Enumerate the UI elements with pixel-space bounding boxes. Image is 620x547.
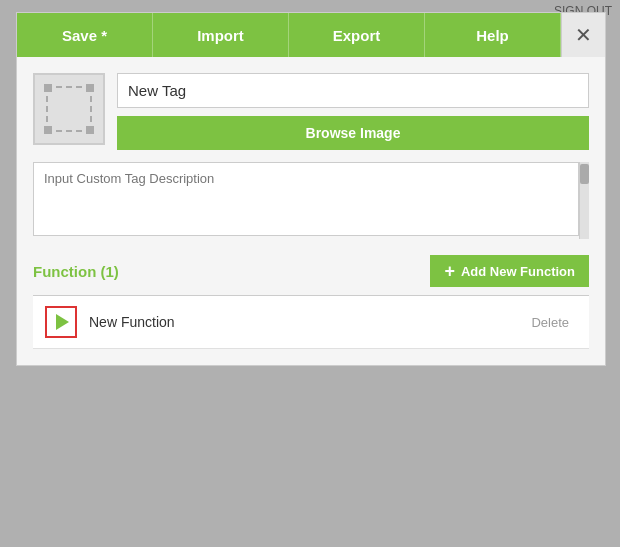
image-inner-box <box>46 86 92 132</box>
function-list: New Function Delete <box>33 296 589 349</box>
tag-name-browse: Browse Image <box>117 73 589 150</box>
delete-function-button[interactable]: Delete <box>523 311 577 334</box>
tag-header-row: Browse Image <box>33 73 589 150</box>
function-section-header: Function (1) + Add New Function <box>33 255 589 287</box>
close-button[interactable]: ✕ <box>561 13 605 57</box>
corner-br <box>86 126 94 134</box>
description-textarea[interactable] <box>33 162 579 236</box>
help-button[interactable]: Help <box>425 13 561 57</box>
tag-name-input[interactable] <box>117 73 589 108</box>
browse-image-button[interactable]: Browse Image <box>117 116 589 150</box>
plus-icon: + <box>444 262 455 280</box>
corner-tr <box>86 84 94 92</box>
add-function-button[interactable]: + Add New Function <box>430 255 589 287</box>
save-button[interactable]: Save * <box>17 13 153 57</box>
export-button[interactable]: Export <box>289 13 425 57</box>
description-area <box>33 162 589 239</box>
toolbar: Save * Import Export Help ✕ <box>17 13 605 57</box>
function-name-label: New Function <box>89 314 511 330</box>
corner-tl <box>44 84 52 92</box>
function-count-label: Function (1) <box>33 263 119 280</box>
tag-image-placeholder[interactable] <box>33 73 105 145</box>
corner-bl <box>44 126 52 134</box>
description-scrollbar <box>579 162 589 239</box>
function-play-button[interactable] <box>45 306 77 338</box>
scrollbar-thumb <box>580 164 589 184</box>
content-area: Browse Image Function (1) + Add New Func… <box>17 57 605 365</box>
function-item: New Function Delete <box>33 296 589 349</box>
play-triangle-icon <box>56 314 69 330</box>
import-button[interactable]: Import <box>153 13 289 57</box>
add-function-label: Add New Function <box>461 264 575 279</box>
main-panel: Save * Import Export Help ✕ Browse Image <box>16 12 606 366</box>
